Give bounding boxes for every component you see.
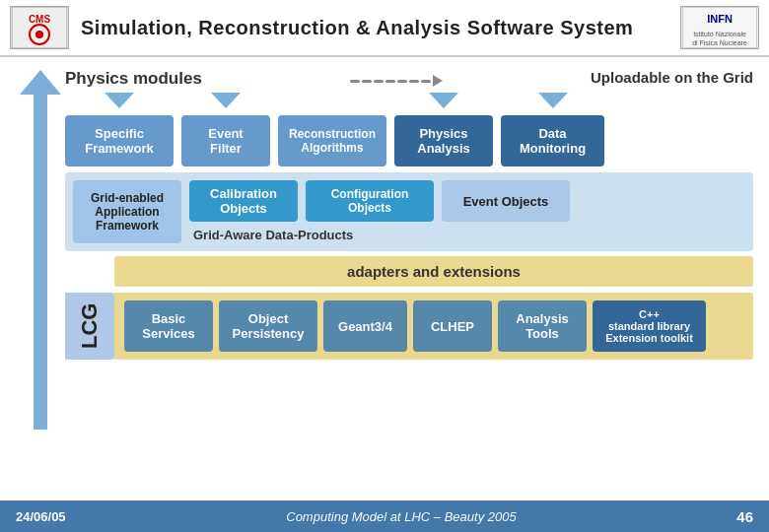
svg-rect-9 [34,95,47,430]
top-modules-row: SpecificFramework EventFilter Reconstruc… [65,115,753,166]
module-data-monitoring: DataMonitoring [501,115,604,166]
footer-date: 24/06/05 [16,509,66,524]
adapters-row: adapters and extensions [114,256,753,287]
dashed-arrows [350,75,443,87]
physics-arrows [65,93,753,112]
svg-marker-14 [538,93,568,108]
grid-aware-text: Grid-Aware Data-Products [189,228,745,242]
uploadable-label: Uploadable on the Grid [591,65,753,86]
cms-logo: CMS [10,6,69,49]
main-section: Physics modules Uploadable on the Grid [16,65,753,360]
module-physics-analysis: PhysicsAnalysis [394,115,493,166]
lcg-clhep: CLHEP [413,300,492,352]
svg-text:INFN: INFN [707,13,733,25]
module-reconstruction: ReconstructionAlgorithms [278,115,386,166]
calibration-box: CalibrationObjects [189,180,298,222]
svg-text:di Fisica Nucleare: di Fisica Nucleare [692,39,747,46]
lcg-content: BasicServices ObjectPersistency Geant3/4… [114,293,753,360]
svg-text:CMS: CMS [29,14,51,25]
grid-enabled-box: Grid-enabled Application Framework [73,180,181,243]
content-area: Physics modules Uploadable on the Grid [65,65,753,360]
lcg-row: LCG BasicServices ObjectPersistency Gean… [65,293,753,360]
svg-marker-11 [105,93,134,108]
calibration-configuration-row: CalibrationObjects ConfigurationObjects … [189,180,745,222]
physics-modules-row: Physics modules Uploadable on the Grid [65,65,753,89]
physics-modules-label: Physics modules [65,65,202,89]
header: CMS Simulation, Reconstruction & Analysi… [0,0,769,57]
lcg-analysis-tools: AnalysisTools [498,300,587,352]
event-objects-box: Event Objects [442,180,570,222]
svg-text:Istituto Nazionale: Istituto Nazionale [693,31,746,37]
footer-page: 46 [736,508,753,525]
infn-logo: INFN Istituto Nazionale di Fisica Nuclea… [680,6,759,49]
module-event-filter: EventFilter [181,115,270,166]
svg-marker-12 [211,93,241,108]
configuration-box: ConfigurationObjects [306,180,434,222]
lcg-object-persistency: ObjectPersistency [219,300,317,352]
lcg-basic-services: BasicServices [124,300,213,352]
svg-marker-10 [20,70,61,95]
lcg-label: LCG [65,293,114,360]
svg-marker-13 [429,93,458,108]
lcg-geant: Geant3/4 [323,300,407,352]
svg-point-3 [35,31,43,38]
lcg-cpp-library: C++ standard library Extension toolkit [593,300,706,352]
grid-inner-row: Grid-enabled Application Framework Calib… [73,180,745,243]
footer-center: Computing Model at LHC – Beauty 2005 [286,509,516,524]
lcg-up-arrow [16,65,65,439]
module-specific-framework: SpecificFramework [65,115,174,166]
footer: 24/06/05 Computing Model at LHC – Beauty… [0,500,769,532]
page-title: Simulation, Reconstruction & Analysis So… [81,17,680,39]
grid-enabled-section: Grid-enabled Application Framework Calib… [65,172,753,251]
